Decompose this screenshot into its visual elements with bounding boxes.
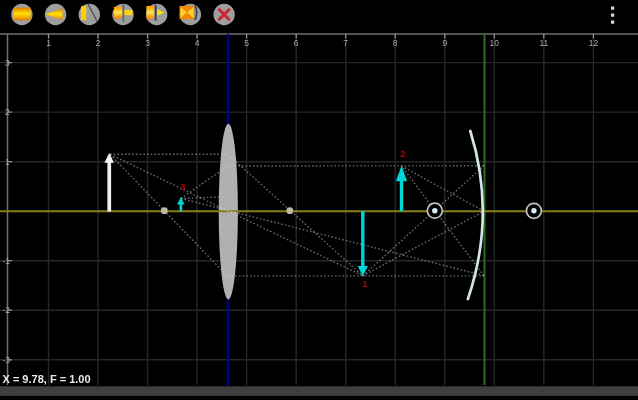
svg-text:-2: -2 (3, 305, 11, 315)
svg-text:1: 1 (46, 38, 51, 48)
svg-text:11: 11 (539, 38, 548, 48)
svg-text:1: 1 (5, 157, 10, 167)
svg-text:3: 3 (180, 181, 185, 192)
svg-text:10: 10 (490, 38, 500, 48)
svg-text:-3: -3 (3, 355, 11, 365)
svg-text:5: 5 (244, 38, 249, 48)
svg-text:3: 3 (145, 38, 150, 48)
svg-text:4: 4 (195, 38, 200, 48)
svg-text:6: 6 (294, 38, 299, 48)
svg-text:2: 2 (5, 107, 10, 117)
svg-text:8: 8 (393, 38, 398, 48)
svg-text:2: 2 (96, 38, 101, 48)
svg-text:-1: -1 (3, 256, 11, 266)
svg-text:2: 2 (400, 148, 405, 159)
svg-text:X = 9.78, F = 1.00: X = 9.78, F = 1.00 (3, 373, 91, 385)
svg-text:3: 3 (5, 58, 10, 68)
svg-text:9: 9 (442, 38, 447, 48)
svg-text:1: 1 (362, 278, 368, 289)
svg-text:12: 12 (589, 38, 599, 48)
svg-text:7: 7 (343, 38, 348, 48)
